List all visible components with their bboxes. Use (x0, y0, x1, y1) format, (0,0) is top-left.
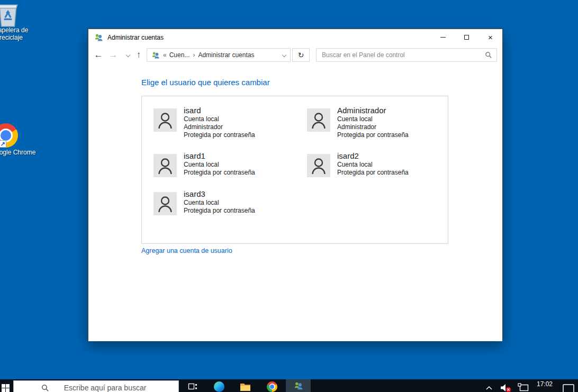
user-detail: Cuenta local (184, 161, 255, 169)
tray-volume-muted[interactable] (500, 383, 512, 392)
tray-show-hidden-icons[interactable] (485, 383, 493, 392)
user-detail: Cuenta local (184, 199, 255, 207)
user-name: Administrador (337, 106, 409, 115)
chrome-button[interactable] (266, 381, 278, 392)
search-icon (485, 51, 492, 59)
action-center-button[interactable] (563, 384, 575, 392)
action-center-icon (563, 384, 575, 392)
user-name: isard3 (184, 189, 255, 199)
user-detail: Protegida por contraseña (184, 131, 255, 139)
windows-logo-icon (6, 384, 10, 388)
user-avatar (153, 192, 177, 215)
user-detail: Cuenta local (337, 161, 409, 169)
active-app-user-accounts[interactable] (286, 379, 311, 392)
task-view-button[interactable] (186, 381, 198, 392)
refresh-button[interactable]: ↻ (292, 48, 310, 62)
task-view-icon (187, 382, 197, 391)
taskbar-clock[interactable]: 17:02 (532, 380, 557, 388)
maximize-button[interactable] (455, 29, 478, 45)
window-content: Elige el usuario que quieres cambiar isa… (88, 65, 502, 341)
user-detail: Protegida por contraseña (184, 169, 255, 177)
close-button[interactable]: × (478, 29, 502, 45)
recycle-bin-label: Papelera de reciclaje (0, 26, 43, 41)
recycle-bin-icon (0, 1, 21, 28)
tray-display-connection[interactable] (518, 383, 529, 392)
chevron-up-icon (485, 385, 493, 390)
file-explorer-icon (240, 382, 251, 391)
user-detail: Protegida por contraseña (337, 131, 409, 139)
user-avatar (153, 154, 177, 177)
user-accounts-icon (151, 51, 160, 59)
breadcrumb-separator: › (193, 51, 195, 59)
address-bar[interactable]: « Cuen... › Administrar cuentas (147, 48, 291, 62)
user-avatar (307, 108, 330, 132)
user-tile-isard[interactable]: isard Cuenta local Administrador Protegi… (153, 106, 307, 139)
user-name: isard (184, 106, 255, 115)
back-button[interactable]: ← (92, 48, 105, 62)
breadcrumb-parent[interactable]: Cuen... (169, 51, 190, 59)
close-icon: × (488, 33, 493, 41)
user-list: isard Cuenta local Administrador Protegi… (141, 96, 448, 244)
edge-button[interactable] (213, 381, 225, 392)
taskbar: 17:02 (0, 379, 578, 392)
manage-accounts-window: Administrar cuentas × ← → ↑ « Cuen... › … (88, 29, 503, 341)
user-detail: Cuenta local (184, 115, 255, 123)
chevron-down-icon[interactable] (282, 53, 286, 57)
desktop-icon-recycle-bin[interactable]: Papelera de reciclaje (0, 0, 32, 48)
breadcrumb-current[interactable]: Administrar cuentas (198, 51, 254, 59)
taskbar-search[interactable] (13, 380, 179, 392)
user-detail: Protegida por contraseña (337, 169, 409, 177)
search-input[interactable] (322, 51, 485, 59)
chrome-icon (267, 381, 277, 392)
desktop-icon-google-chrome[interactable]: ↗ Google Chrome (0, 61, 32, 103)
user-tile-administrador[interactable]: Administrador Cuenta local Administrador… (307, 106, 445, 139)
minimize-button[interactable] (431, 29, 455, 45)
windows-logo-icon (6, 388, 10, 392)
user-accounts-icon (94, 33, 103, 42)
minimize-icon (440, 37, 446, 38)
user-tile-isard2[interactable]: isard2 Cuenta local Protegida por contra… (307, 151, 445, 177)
start-button[interactable] (2, 384, 10, 392)
user-name: isard1 (184, 151, 255, 161)
shortcut-arrow-icon: ↗ (0, 140, 6, 148)
chrome-label: Google Chrome (0, 149, 51, 156)
user-detail: Administrador (337, 123, 409, 131)
user-detail: Protegida por contraseña (184, 207, 255, 215)
user-avatar (307, 154, 330, 177)
file-explorer-button[interactable] (239, 381, 251, 392)
user-accounts-icon (294, 381, 303, 390)
volume-muted-icon (500, 383, 512, 392)
windows-logo-icon (2, 384, 5, 388)
forward-button[interactable]: → (106, 48, 120, 62)
user-tile-isard1[interactable]: isard1 Cuenta local Protegida por contra… (153, 151, 307, 177)
add-user-account-link[interactable]: Agregar una cuenta de usuario (141, 247, 232, 254)
breadcrumb-collapse[interactable]: « (163, 51, 167, 59)
up-button[interactable]: ↑ (132, 48, 146, 62)
search-icon (41, 384, 49, 392)
display-icon (518, 383, 529, 391)
navigation-bar: ← → ↑ « Cuen... › Administrar cuentas ↻ (88, 45, 502, 65)
user-avatar (153, 108, 177, 132)
user-detail: Cuenta local (337, 115, 409, 123)
page-title: Elige el usuario que quieres cambiar (141, 78, 270, 87)
control-panel-search[interactable] (316, 48, 497, 62)
window-title: Administrar cuentas (107, 34, 431, 41)
user-detail: Administrador (184, 123, 255, 131)
maximize-icon (464, 35, 469, 40)
windows-logo-icon (2, 388, 5, 392)
edge-icon (214, 381, 224, 392)
titlebar[interactable]: Administrar cuentas × (88, 29, 502, 45)
user-name: isard2 (337, 151, 409, 161)
taskbar-search-input[interactable] (64, 384, 178, 392)
chevron-down-icon (126, 53, 130, 57)
chrome-icon: ↗ (0, 123, 19, 148)
user-tile-isard3[interactable]: isard3 Cuenta local Protegida por contra… (153, 189, 307, 215)
